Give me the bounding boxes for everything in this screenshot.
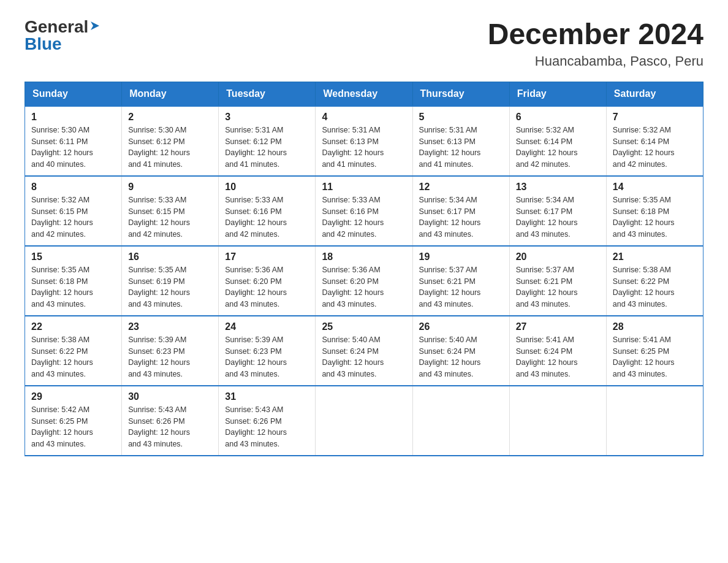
col-wednesday: Wednesday <box>316 82 412 106</box>
table-row: 16Sunrise: 5:35 AMSunset: 6:19 PMDayligh… <box>122 246 219 316</box>
day-info: Sunrise: 5:32 AMSunset: 6:14 PMDaylight:… <box>516 124 600 170</box>
day-number: 1 <box>31 112 115 123</box>
table-row: 15Sunrise: 5:35 AMSunset: 6:18 PMDayligh… <box>25 246 122 316</box>
table-row <box>412 386 509 456</box>
day-number: 17 <box>225 251 309 262</box>
calendar-week-row: 8Sunrise: 5:32 AMSunset: 6:15 PMDaylight… <box>25 176 703 246</box>
table-row: 9Sunrise: 5:33 AMSunset: 6:15 PMDaylight… <box>122 176 219 246</box>
day-info: Sunrise: 5:43 AMSunset: 6:26 PMDaylight:… <box>225 404 309 450</box>
day-number: 9 <box>128 182 212 193</box>
day-info: Sunrise: 5:30 AMSunset: 6:11 PMDaylight:… <box>31 124 115 170</box>
table-row <box>316 386 412 456</box>
day-number: 4 <box>322 112 406 123</box>
table-row: 26Sunrise: 5:40 AMSunset: 6:24 PMDayligh… <box>412 316 509 386</box>
day-info: Sunrise: 5:39 AMSunset: 6:23 PMDaylight:… <box>128 334 212 380</box>
table-row: 10Sunrise: 5:33 AMSunset: 6:16 PMDayligh… <box>219 176 316 246</box>
calendar-header-row: Sunday Monday Tuesday Wednesday Thursday… <box>25 82 703 106</box>
day-info: Sunrise: 5:36 AMSunset: 6:20 PMDaylight:… <box>322 264 406 310</box>
day-number: 25 <box>322 321 406 332</box>
day-info: Sunrise: 5:35 AMSunset: 6:18 PMDaylight:… <box>31 264 115 310</box>
title-block: December 2024 Huancabamba, Pasco, Peru <box>488 18 703 69</box>
table-row: 2Sunrise: 5:30 AMSunset: 6:12 PMDaylight… <box>122 106 219 176</box>
table-row <box>509 386 606 456</box>
day-number: 28 <box>613 321 697 332</box>
table-row: 28Sunrise: 5:41 AMSunset: 6:25 PMDayligh… <box>606 316 703 386</box>
table-row: 7Sunrise: 5:32 AMSunset: 6:14 PMDaylight… <box>606 106 703 176</box>
day-number: 2 <box>128 112 212 123</box>
calendar-week-row: 1Sunrise: 5:30 AMSunset: 6:11 PMDaylight… <box>25 106 703 176</box>
table-row: 24Sunrise: 5:39 AMSunset: 6:23 PMDayligh… <box>219 316 316 386</box>
logo: General Blue <box>25 18 102 53</box>
day-info: Sunrise: 5:43 AMSunset: 6:26 PMDaylight:… <box>128 404 212 450</box>
table-row: 17Sunrise: 5:36 AMSunset: 6:20 PMDayligh… <box>219 246 316 316</box>
day-number: 15 <box>31 251 115 262</box>
calendar-week-row: 29Sunrise: 5:42 AMSunset: 6:25 PMDayligh… <box>25 386 703 456</box>
day-number: 7 <box>613 112 697 123</box>
day-info: Sunrise: 5:33 AMSunset: 6:16 PMDaylight:… <box>225 194 309 240</box>
day-info: Sunrise: 5:40 AMSunset: 6:24 PMDaylight:… <box>419 334 503 380</box>
table-row: 29Sunrise: 5:42 AMSunset: 6:25 PMDayligh… <box>25 386 122 456</box>
day-number: 5 <box>419 112 503 123</box>
day-info: Sunrise: 5:36 AMSunset: 6:20 PMDaylight:… <box>225 264 309 310</box>
day-info: Sunrise: 5:41 AMSunset: 6:24 PMDaylight:… <box>516 334 600 380</box>
day-number: 22 <box>31 321 115 332</box>
day-info: Sunrise: 5:39 AMSunset: 6:23 PMDaylight:… <box>225 334 309 380</box>
day-info: Sunrise: 5:37 AMSunset: 6:21 PMDaylight:… <box>516 264 600 310</box>
location-text: Huancabamba, Pasco, Peru <box>488 53 703 69</box>
day-number: 19 <box>419 251 503 262</box>
day-info: Sunrise: 5:34 AMSunset: 6:17 PMDaylight:… <box>419 194 503 240</box>
table-row: 8Sunrise: 5:32 AMSunset: 6:15 PMDaylight… <box>25 176 122 246</box>
day-number: 29 <box>31 391 115 402</box>
table-row: 14Sunrise: 5:35 AMSunset: 6:18 PMDayligh… <box>606 176 703 246</box>
table-row: 23Sunrise: 5:39 AMSunset: 6:23 PMDayligh… <box>122 316 219 386</box>
svg-marker-0 <box>91 21 99 30</box>
table-row <box>606 386 703 456</box>
table-row: 20Sunrise: 5:37 AMSunset: 6:21 PMDayligh… <box>509 246 606 316</box>
day-number: 30 <box>128 391 212 402</box>
table-row: 6Sunrise: 5:32 AMSunset: 6:14 PMDaylight… <box>509 106 606 176</box>
day-number: 8 <box>31 182 115 193</box>
logo-blue-text: Blue <box>25 36 62 53</box>
table-row: 31Sunrise: 5:43 AMSunset: 6:26 PMDayligh… <box>219 386 316 456</box>
logo-arrow-icon <box>88 19 102 33</box>
day-number: 6 <box>516 112 600 123</box>
col-tuesday: Tuesday <box>219 82 316 106</box>
table-row: 21Sunrise: 5:38 AMSunset: 6:22 PMDayligh… <box>606 246 703 316</box>
table-row: 22Sunrise: 5:38 AMSunset: 6:22 PMDayligh… <box>25 316 122 386</box>
day-info: Sunrise: 5:31 AMSunset: 6:12 PMDaylight:… <box>225 124 309 170</box>
day-info: Sunrise: 5:30 AMSunset: 6:12 PMDaylight:… <box>128 124 212 170</box>
day-info: Sunrise: 5:38 AMSunset: 6:22 PMDaylight:… <box>31 334 115 380</box>
col-thursday: Thursday <box>412 82 509 106</box>
day-number: 16 <box>128 251 212 262</box>
table-row: 1Sunrise: 5:30 AMSunset: 6:11 PMDaylight… <box>25 106 122 176</box>
day-info: Sunrise: 5:31 AMSunset: 6:13 PMDaylight:… <box>322 124 406 170</box>
table-row: 5Sunrise: 5:31 AMSunset: 6:13 PMDaylight… <box>412 106 509 176</box>
day-number: 18 <box>322 251 406 262</box>
page-header: General Blue December 2024 Huancabamba, … <box>25 18 703 69</box>
table-row: 18Sunrise: 5:36 AMSunset: 6:20 PMDayligh… <box>316 246 412 316</box>
day-info: Sunrise: 5:40 AMSunset: 6:24 PMDaylight:… <box>322 334 406 380</box>
day-info: Sunrise: 5:33 AMSunset: 6:15 PMDaylight:… <box>128 194 212 240</box>
day-info: Sunrise: 5:33 AMSunset: 6:16 PMDaylight:… <box>322 194 406 240</box>
day-info: Sunrise: 5:41 AMSunset: 6:25 PMDaylight:… <box>613 334 697 380</box>
day-info: Sunrise: 5:34 AMSunset: 6:17 PMDaylight:… <box>516 194 600 240</box>
col-monday: Monday <box>122 82 219 106</box>
table-row: 13Sunrise: 5:34 AMSunset: 6:17 PMDayligh… <box>509 176 606 246</box>
table-row: 12Sunrise: 5:34 AMSunset: 6:17 PMDayligh… <box>412 176 509 246</box>
day-number: 20 <box>516 251 600 262</box>
day-number: 11 <box>322 182 406 193</box>
table-row: 27Sunrise: 5:41 AMSunset: 6:24 PMDayligh… <box>509 316 606 386</box>
day-info: Sunrise: 5:38 AMSunset: 6:22 PMDaylight:… <box>613 264 697 310</box>
calendar-week-row: 15Sunrise: 5:35 AMSunset: 6:18 PMDayligh… <box>25 246 703 316</box>
day-info: Sunrise: 5:32 AMSunset: 6:14 PMDaylight:… <box>613 124 697 170</box>
table-row: 11Sunrise: 5:33 AMSunset: 6:16 PMDayligh… <box>316 176 412 246</box>
calendar-table: Sunday Monday Tuesday Wednesday Thursday… <box>25 82 703 456</box>
table-row: 3Sunrise: 5:31 AMSunset: 6:12 PMDaylight… <box>219 106 316 176</box>
day-number: 24 <box>225 321 309 332</box>
day-info: Sunrise: 5:35 AMSunset: 6:19 PMDaylight:… <box>128 264 212 310</box>
day-info: Sunrise: 5:32 AMSunset: 6:15 PMDaylight:… <box>31 194 115 240</box>
day-number: 3 <box>225 112 309 123</box>
day-number: 13 <box>516 182 600 193</box>
table-row: 25Sunrise: 5:40 AMSunset: 6:24 PMDayligh… <box>316 316 412 386</box>
col-saturday: Saturday <box>606 82 703 106</box>
